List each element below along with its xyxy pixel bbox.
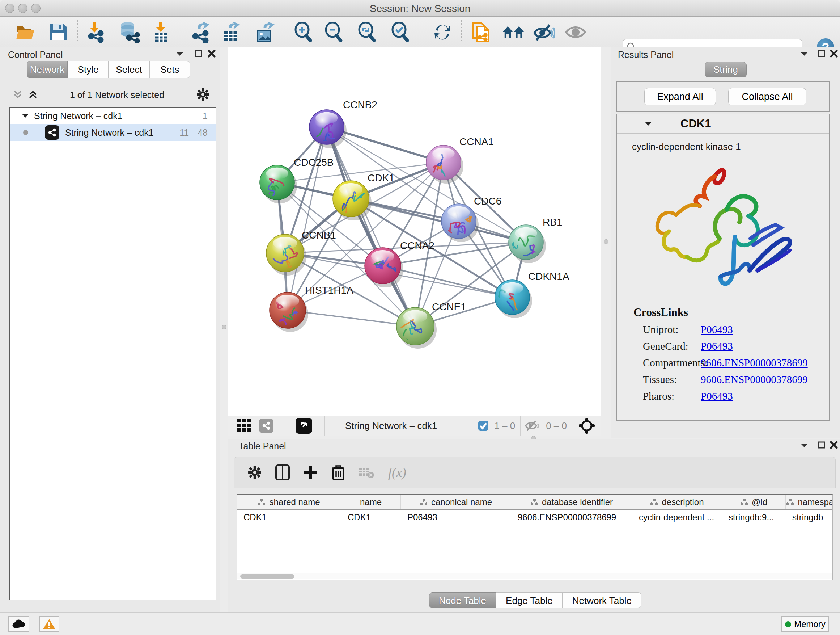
network-node-cdk1[interactable]: CDK1 [333, 172, 395, 221]
crosslink-link-compartments[interactable]: 9606.ENSP00000378699 [701, 357, 808, 369]
network-collection-row[interactable]: String Network – cdk1 1 [10, 108, 216, 124]
crosslink-link-uniprot[interactable]: P06493 [701, 324, 733, 335]
table-cell[interactable]: CDK1 [341, 510, 401, 524]
control-panel-float-icon[interactable] [195, 50, 202, 59]
network-edge-CCNB2-HIST1H1A[interactable] [287, 127, 327, 310]
network-node-hist1h1a[interactable]: HIST1H1A [270, 285, 354, 332]
collection-expanded-caret-icon[interactable] [22, 113, 29, 119]
table-cell[interactable]: cyclin-dependent ... [632, 510, 722, 524]
table-cell[interactable]: stringdb [786, 510, 833, 524]
import-table-from-file-button[interactable] [150, 22, 172, 43]
results-panel-float-icon[interactable] [818, 50, 826, 59]
zoom-out-button[interactable] [323, 22, 345, 43]
zoom-selected-button[interactable] [389, 22, 412, 43]
crosslink-link-pharos[interactable]: P06493 [701, 390, 733, 402]
results-entry-header[interactable]: CDK1 [617, 114, 829, 134]
tab-network[interactable]: Network [27, 61, 68, 78]
apply-layout-button[interactable] [431, 22, 454, 43]
hidden-eye-slash-icon[interactable] [525, 420, 541, 431]
network-view-mode-icon[interactable] [259, 418, 273, 433]
grid-view-icon[interactable] [237, 419, 251, 433]
node-label-ccnb1: CCNB1 [302, 230, 336, 241]
show-columns-icon[interactable] [275, 464, 290, 480]
home-browser-button[interactable] [502, 22, 524, 43]
hide-selected-button[interactable] [532, 22, 555, 43]
scrollbar-thumb[interactable] [240, 574, 294, 578]
open-session-button[interactable] [14, 22, 37, 43]
new-network-from-selection-button[interactable] [470, 22, 493, 43]
tab-select[interactable]: Select [109, 61, 149, 78]
tab-node-table[interactable]: Node Table [429, 592, 496, 608]
right-splitter-handle[interactable] [604, 239, 608, 244]
left-splitter-handle[interactable] [222, 325, 226, 329]
table-panel-float-icon[interactable] [818, 441, 826, 450]
network-node-cdc6[interactable]: CDC6 [441, 195, 501, 242]
add-column-icon[interactable] [303, 465, 318, 480]
export-image-button[interactable] [254, 22, 276, 43]
network-options-gear-icon[interactable] [196, 88, 210, 102]
network-node-cdc25b[interactable]: CDC25B [260, 157, 333, 207]
export-network-button[interactable] [189, 22, 212, 43]
table-panel-collapse-icon[interactable] [800, 442, 808, 449]
table-cell[interactable]: CDK1 [237, 510, 341, 524]
network-edge-CCNB2-CCNE1[interactable] [327, 127, 415, 326]
control-panel-collapse-icon[interactable] [176, 51, 184, 58]
column-header-description[interactable]: description [632, 495, 722, 509]
network-node-ccnb1[interactable]: CCNB1 [266, 230, 336, 276]
table-row[interactable]: CDK1CDK1P064939606.ENSP00000378699cyclin… [237, 510, 832, 524]
table-cell[interactable]: 9606.ENSP00000378699 [511, 510, 632, 524]
column-header-shared-name[interactable]: shared name [237, 495, 341, 509]
table-cell[interactable]: stringdb:9... [722, 510, 786, 524]
collapse-all-button[interactable]: Collapse All [728, 88, 806, 105]
column-header-name[interactable]: name [341, 495, 401, 509]
tab-network-table[interactable]: Network Table [562, 592, 641, 608]
table-options-gear-icon[interactable] [248, 466, 262, 479]
network-node-ccna1[interactable]: CCNA1 [426, 136, 494, 192]
control-panel-close-icon[interactable] [208, 50, 216, 59]
entry-description: cyclin-dependent kinase 1 [621, 136, 826, 152]
selected-checkbox-icon[interactable] [477, 420, 489, 432]
column-header-canonical-name[interactable]: canonical name [401, 495, 511, 509]
crosslink-row: Uniprot:P06493 [633, 324, 826, 336]
expand-all-button[interactable]: Expand All [644, 88, 716, 105]
import-network-from-file-button[interactable] [85, 22, 107, 43]
column-header-id[interactable]: @id [722, 495, 786, 509]
results-tab-string[interactable]: String [705, 62, 747, 78]
import-network-from-database-button[interactable] [118, 22, 141, 43]
expand-all-networks-icon[interactable] [28, 90, 38, 100]
crosslink-link-tissues[interactable]: 9606.ENSP00000378699 [701, 374, 808, 385]
tab-edge-table[interactable]: Edge Table [496, 592, 562, 608]
crosslink-label: Tissues: [633, 374, 701, 386]
export-table-button[interactable] [220, 22, 242, 43]
tab-sets[interactable]: Sets [149, 61, 190, 78]
pan-crosshair-icon[interactable] [578, 417, 595, 434]
table-horizontal-scrollbar[interactable] [237, 573, 832, 579]
table-cell[interactable]: P06493 [401, 510, 511, 524]
zoom-fit-button[interactable] [356, 22, 378, 43]
table-panel-close-icon[interactable] [830, 441, 838, 450]
network-canvas[interactable]: CCNB2CCNA1CDC25BCDK1CDC6RB1CCNB1CCNA2CDK… [228, 48, 601, 416]
delete-column-icon[interactable] [332, 464, 345, 480]
network-node-cdkn1a[interactable]: CDKN1A [493, 271, 569, 318]
save-session-button[interactable] [47, 22, 69, 43]
results-panel-collapse-icon[interactable] [800, 51, 808, 58]
delete-table-icon[interactable] [358, 466, 374, 478]
crosslink-row: Compartments:9606.ENSP00000378699 [633, 357, 826, 369]
network-node-ccnb2[interactable]: CCNB2 [309, 99, 377, 148]
results-panel-close-icon[interactable] [830, 50, 838, 59]
tab-style[interactable]: Style [68, 61, 109, 78]
show-all-button[interactable] [564, 22, 587, 43]
crosslink-link-genecard[interactable]: P06493 [701, 340, 733, 352]
birdseye-view-icon[interactable] [295, 418, 312, 434]
network-row[interactable]: String Network – cdk1 11 48 [10, 124, 216, 141]
column-header-database-identifier[interactable]: database identifier [511, 495, 632, 509]
column-header-namespace[interactable]: namespace [786, 495, 833, 509]
collapse-all-networks-icon[interactable] [13, 90, 22, 100]
zoom-in-button[interactable] [292, 22, 315, 43]
entry-expanded-caret-icon[interactable] [644, 121, 652, 127]
warnings-icon[interactable] [39, 616, 59, 632]
function-builder-icon[interactable]: f(x) [388, 465, 406, 480]
memory-button[interactable]: Memory [782, 616, 829, 632]
automation-cloud-icon[interactable] [8, 616, 29, 632]
network-node-rb1[interactable]: RB1 [508, 217, 562, 268]
